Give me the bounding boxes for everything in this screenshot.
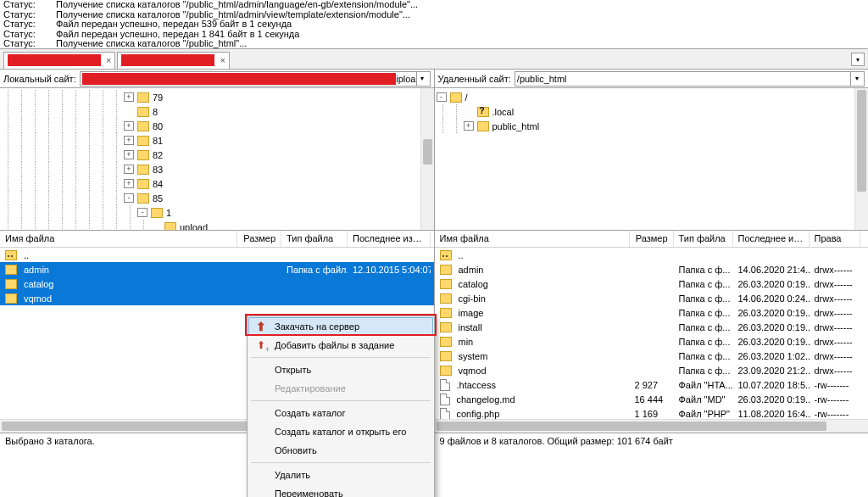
menu-label: Закачать на сервер xyxy=(275,321,359,332)
list-perms: -rw------- xyxy=(810,409,860,419)
expander-icon[interactable]: - xyxy=(437,92,447,102)
close-icon[interactable]: × xyxy=(106,55,111,65)
expander-icon[interactable]: - xyxy=(124,193,134,203)
list-type: Папка с файл... xyxy=(281,265,348,275)
folder-icon xyxy=(440,265,452,275)
tree-item[interactable]: +public_html xyxy=(437,119,867,133)
col-modified[interactable]: Последнее измен... xyxy=(348,231,431,247)
menu-item[interactable]: Переименовать xyxy=(249,484,432,497)
list-date: 26.03.2020 0:19... xyxy=(733,308,810,318)
tree-item[interactable]: +83 xyxy=(2,162,432,176)
col-type[interactable]: Тип файла xyxy=(281,231,348,247)
menu-item[interactable]: Создать каталог xyxy=(249,404,432,422)
tree-item[interactable]: -1 xyxy=(2,205,432,220)
tree-label: upload xyxy=(180,222,208,231)
menu-item[interactable]: ⬆+Добавить файлы в задание xyxy=(249,336,432,355)
col-size[interactable]: Размер xyxy=(630,231,674,247)
expander-icon[interactable]: + xyxy=(124,179,134,188)
local-site-field[interactable]: iploa ▾ xyxy=(80,71,431,87)
local-tree[interactable]: +798+80+81+82+83+84-85-1upload+86 xyxy=(0,88,435,230)
list-row[interactable]: catalog xyxy=(0,276,434,291)
list-name: catalog xyxy=(24,279,53,289)
list-row[interactable]: imageПапка с ф...26.03.2020 0:19...drwx-… xyxy=(435,305,869,320)
list-perms: drwx------ xyxy=(810,337,860,347)
log-panel: Статус:Получение списка каталогов "/publ… xyxy=(0,0,868,49)
col-size[interactable]: Размер xyxy=(237,231,281,247)
tree-item[interactable]: -/ xyxy=(437,90,867,104)
tree-label: .local xyxy=(492,107,515,117)
folder-icon xyxy=(137,165,149,175)
list-row[interactable]: config.php1 169Файл "PHP"11.08.2020 16:4… xyxy=(435,406,869,419)
expander-icon[interactable]: + xyxy=(464,121,474,131)
chevron-down-icon[interactable]: ▾ xyxy=(850,72,862,86)
list-row[interactable]: .. xyxy=(0,248,434,262)
tree-item[interactable]: 8 xyxy=(2,104,432,119)
menu-label: Удалить xyxy=(275,470,310,480)
folder-icon xyxy=(440,293,452,304)
tree-label: / xyxy=(465,92,468,103)
tree-item[interactable]: +84 xyxy=(2,176,432,191)
tab-2[interactable]: × xyxy=(117,52,229,69)
list-perms: -rw------- xyxy=(810,380,860,390)
list-row[interactable]: cgi-binПапка с ф...14.06.2020 0:24...drw… xyxy=(435,291,869,305)
tab-1[interactable]: × xyxy=(3,52,115,69)
tree-item[interactable]: +80 xyxy=(2,119,432,133)
list-row[interactable]: minПапка с ф...26.03.2020 0:19...drwx---… xyxy=(435,334,869,349)
list-type: Папка с ф... xyxy=(674,279,733,289)
menu-label: Создать каталог и открыть его xyxy=(275,427,406,437)
expander-icon[interactable]: + xyxy=(124,121,134,131)
menu-item[interactable]: Обновить xyxy=(249,441,432,460)
list-type: Файл "PHP" xyxy=(674,409,733,419)
tree-item[interactable]: .local xyxy=(437,104,867,119)
list-date: 26.03.2020 0:19... xyxy=(733,337,810,347)
remote-tree[interactable]: -/.local+public_html xyxy=(435,88,869,230)
expander-icon[interactable]: - xyxy=(137,208,147,217)
scrollbar-vertical[interactable] xyxy=(854,88,868,230)
tree-item[interactable]: -85 xyxy=(2,191,432,205)
col-perms[interactable]: Права xyxy=(810,231,860,247)
expander-icon[interactable]: + xyxy=(124,92,134,102)
chevron-down-icon[interactable]: ▾ xyxy=(416,72,428,86)
expander-icon[interactable]: + xyxy=(124,165,134,174)
scrollbar-horizontal[interactable] xyxy=(435,419,869,433)
list-row[interactable]: .. xyxy=(435,248,869,262)
remote-site-field[interactable]: /public_html ▾ xyxy=(515,71,865,87)
list-row[interactable]: adminПапка с файл...12.10.2015 5:04:07 xyxy=(0,262,434,276)
menu-item[interactable]: ⬆Закачать на сервер xyxy=(248,317,433,336)
close-icon[interactable]: × xyxy=(220,55,225,65)
list-row[interactable]: vqmod xyxy=(0,291,434,305)
tree-item[interactable]: +82 xyxy=(2,148,432,162)
tree-item[interactable]: +79 xyxy=(2,90,432,104)
tree-item[interactable]: +81 xyxy=(2,133,432,148)
menu-label: Переименовать xyxy=(275,489,343,497)
list-row[interactable]: changelog.md16 444Файл "MD"26.03.2020 0:… xyxy=(435,392,869,406)
list-type: Папка с ф... xyxy=(674,351,733,361)
folder-icon xyxy=(440,322,452,332)
col-name[interactable]: Имя файла xyxy=(0,231,237,247)
list-header-remote[interactable]: Имя файла Размер Тип файла Последнее из.… xyxy=(435,231,869,248)
list-row[interactable]: .htaccess2 927Файл "HTA...10.07.2020 18:… xyxy=(435,377,869,392)
expander-icon[interactable]: + xyxy=(124,136,134,145)
col-type[interactable]: Тип файла xyxy=(674,231,733,247)
list-type: Папка с ф... xyxy=(674,265,733,275)
folder-icon xyxy=(5,279,17,289)
menu-label: Обновить xyxy=(275,445,317,455)
menu-item[interactable]: Открыть xyxy=(249,360,432,379)
expander-icon[interactable]: + xyxy=(124,150,134,159)
col-name[interactable]: Имя файла xyxy=(435,231,630,247)
col-modified[interactable]: Последнее из... xyxy=(733,231,810,247)
list-header-local[interactable]: Имя файла Размер Тип файла Последнее изм… xyxy=(0,231,434,248)
list-row[interactable]: systemПапка с ф...26.03.2020 1:02...drwx… xyxy=(435,349,869,363)
remote-file-list[interactable]: Имя файла Размер Тип файла Последнее из.… xyxy=(435,231,869,433)
list-row[interactable]: vqmodПапка с ф...23.09.2020 21:2...drwx-… xyxy=(435,363,869,377)
list-row[interactable]: installПапка с ф...26.03.2020 0:19...drw… xyxy=(435,320,869,334)
scrollbar-vertical[interactable] xyxy=(420,88,434,230)
connection-tabs: × × ▾ xyxy=(0,49,868,70)
menu-item[interactable]: Создать каталог и открыть его xyxy=(249,422,432,441)
list-type: Файл "HTA... xyxy=(674,380,733,390)
list-row[interactable]: catalogПапка с ф...26.03.2020 0:19...drw… xyxy=(435,276,869,291)
tabs-dropdown[interactable]: ▾ xyxy=(851,53,865,66)
tree-item[interactable]: upload xyxy=(2,220,432,230)
menu-item[interactable]: Удалить xyxy=(249,466,432,484)
list-row[interactable]: adminПапка с ф...14.06.2020 21:4...drwx-… xyxy=(435,262,869,276)
